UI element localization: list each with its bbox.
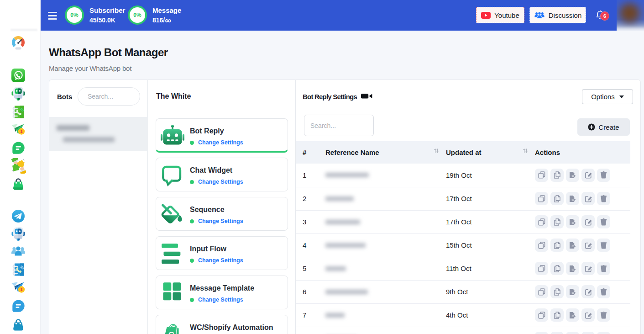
svg-text:1: 1	[20, 287, 23, 292]
svg-text:S: S	[167, 329, 175, 334]
svg-text:1: 1	[20, 129, 23, 134]
